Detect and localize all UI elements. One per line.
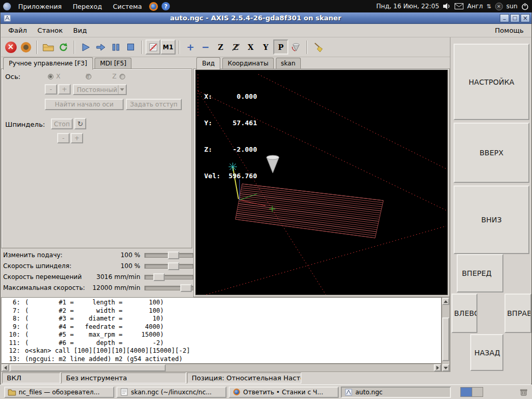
- slider-handle[interactable]: [168, 262, 179, 270]
- menu-file[interactable]: Файл: [3, 24, 32, 36]
- scroll-up-button[interactable]: [442, 298, 449, 305]
- keyboard-layout-indicator[interactable]: Англ: [467, 3, 483, 10]
- touch-off-button[interactable]: Задать отступ: [126, 99, 182, 110]
- forward-button[interactable]: ВПЕРЕД: [457, 254, 503, 292]
- gcode-hscrollbar[interactable]: [1, 364, 442, 372]
- tab-preview[interactable]: Вид: [196, 57, 220, 70]
- axis-radio-x[interactable]: [48, 74, 54, 79]
- spindle-cw-button[interactable]: ↻: [74, 118, 86, 129]
- gcode-line[interactable]: 7:( #2 = width = 100): [2, 307, 441, 315]
- menu-system[interactable]: Система: [109, 3, 145, 10]
- window-titlebar[interactable]: auto.ngc - AXIS 2.5.4-26-gda8f301 on ska…: [1, 12, 531, 24]
- max-velocity-slider[interactable]: [144, 286, 193, 290]
- zoom-in-button[interactable]: [183, 39, 198, 55]
- taskbar-window-filemanager[interactable]: nc_files — обозревател...: [4, 387, 114, 398]
- firefox-launcher-icon[interactable]: [149, 2, 158, 11]
- clear-plot-button[interactable]: [311, 39, 326, 55]
- tab-manual-control[interactable]: Ручное управление [F3]: [3, 57, 93, 70]
- home-axis-button[interactable]: Найти начало оси: [45, 99, 124, 110]
- open-file-button[interactable]: [41, 39, 56, 55]
- clock[interactable]: Пнд, 16 Июн, 22:05: [376, 3, 439, 10]
- trash-applet-icon[interactable]: [520, 388, 528, 396]
- up-button[interactable]: ВВЕРХ: [454, 123, 529, 183]
- axis-radio-z[interactable]: [119, 74, 125, 79]
- layout-switch-arrows-icon[interactable]: [486, 3, 491, 10]
- rotate-view-button[interactable]: [288, 39, 303, 55]
- spindle-override-slider[interactable]: [144, 264, 193, 269]
- stop-button[interactable]: [123, 39, 138, 55]
- slider-handle[interactable]: [168, 251, 179, 259]
- gcode-line[interactable]: 6:( #1 = length = 100): [2, 299, 441, 307]
- menu-view[interactable]: Вид: [68, 24, 92, 36]
- taskbar-window-editor[interactable]: skan.ngc (~/linuxcnc/nc...: [116, 387, 227, 398]
- spindle-plus-button[interactable]: +: [71, 133, 83, 143]
- gcode-line[interactable]: 12:o<skan> call [100][100][10][4000][150…: [2, 347, 441, 355]
- minimize-button[interactable]: [500, 14, 509, 22]
- view-z-rotated-button[interactable]: Z: [228, 39, 243, 55]
- tab-skan[interactable]: skan: [276, 58, 301, 69]
- jog-increment-combo[interactable]: Постоянный: [73, 84, 127, 95]
- taskbar-window-firefox[interactable]: Ответить • Станки с Ч...: [229, 387, 339, 398]
- workspace-switcher[interactable]: [460, 387, 483, 397]
- menu-help[interactable]: Помощь: [490, 24, 529, 36]
- run-button[interactable]: [78, 39, 93, 55]
- estop-button[interactable]: [3, 39, 18, 55]
- mail-icon[interactable]: [455, 3, 463, 9]
- left-notebook-tabs: Ручное управление [F3] MDI [F5]: [3, 57, 131, 70]
- distro-logo-icon[interactable]: [3, 3, 11, 10]
- tab-mdi[interactable]: MDI [F5]: [95, 58, 131, 69]
- username-label[interactable]: sun: [507, 3, 517, 10]
- maximize-button[interactable]: [510, 14, 520, 22]
- slider-handle[interactable]: [180, 284, 192, 292]
- help-launcher-icon[interactable]: [162, 2, 170, 10]
- down-button[interactable]: ВНИЗ: [454, 185, 529, 254]
- gcode-listing[interactable]: 6:( #1 = length = 100) 7:( #2 = width = …: [1, 297, 442, 364]
- jog-minus-button[interactable]: -: [45, 84, 57, 95]
- block-delete-toggle[interactable]: [145, 39, 161, 55]
- taskbar-window-axis[interactable]: auto.ngc: [341, 387, 451, 398]
- scroll-down-button[interactable]: [442, 364, 449, 371]
- view-perspective-button[interactable]: P: [273, 39, 288, 55]
- gcode-line[interactable]: 13:(ngcgui: m2 line added) m2 (g54 activ…: [2, 355, 441, 364]
- left-button[interactable]: ВЛЕВО: [451, 294, 477, 333]
- backplot-view[interactable]: X: 0.000 Y: 57.461 Z: -2.000 Vel: 596.76…: [195, 70, 448, 295]
- menu-machine[interactable]: Станок: [32, 24, 68, 36]
- gcode-line[interactable]: 11:( #6 = depth = -2): [2, 339, 441, 348]
- spindle-stop-button[interactable]: Стоп: [51, 118, 73, 129]
- settings-button[interactable]: НАСТРОЙКА: [454, 44, 529, 120]
- status-icon[interactable]: [495, 3, 503, 10]
- back-button[interactable]: НАЗАД: [470, 334, 503, 371]
- hscroll-thumb[interactable]: [10, 364, 166, 371]
- gcode-line[interactable]: 8:( #3 = diametr = 10): [2, 315, 441, 323]
- gcode-line[interactable]: 10:( #5 = max_rpm = 15000): [2, 331, 441, 339]
- volume-icon[interactable]: [443, 3, 451, 10]
- workspace-1[interactable]: [461, 388, 472, 396]
- jog-plus-button[interactable]: +: [58, 84, 71, 95]
- tool-cone-icon: [267, 155, 279, 173]
- feed-override-slider[interactable]: [144, 253, 193, 258]
- scroll-right-button[interactable]: [434, 364, 441, 371]
- view-z-button[interactable]: Z: [213, 39, 228, 55]
- optional-stop-toggle[interactable]: M1: [161, 39, 176, 55]
- vscroll-thumb[interactable]: [442, 317, 449, 361]
- machine-power-button[interactable]: [18, 39, 33, 55]
- slider-handle[interactable]: [153, 273, 165, 281]
- gcode-vscrollbar[interactable]: [442, 297, 450, 372]
- workspace-2[interactable]: [472, 388, 483, 396]
- menu-applications[interactable]: Приложения: [15, 3, 65, 10]
- scroll-left-button[interactable]: [2, 364, 9, 371]
- tab-dro[interactable]: Координаты: [222, 58, 274, 69]
- shutdown-icon[interactable]: [521, 3, 529, 10]
- zoom-out-button[interactable]: [198, 39, 213, 55]
- gcode-line[interactable]: 9:( #4 = feedrate = 4000): [2, 323, 441, 331]
- close-button[interactable]: [521, 14, 530, 22]
- reload-button[interactable]: [56, 39, 71, 55]
- menu-places[interactable]: Переход: [69, 3, 105, 10]
- right-button[interactable]: ВПРАВО: [504, 294, 531, 333]
- view-x-button[interactable]: X: [243, 39, 258, 55]
- jog-speed-slider[interactable]: [144, 275, 193, 280]
- view-y-button[interactable]: Y: [258, 39, 273, 55]
- run-step-button[interactable]: [93, 39, 108, 55]
- spindle-minus-button[interactable]: -: [57, 133, 70, 143]
- pause-button[interactable]: [108, 39, 123, 55]
